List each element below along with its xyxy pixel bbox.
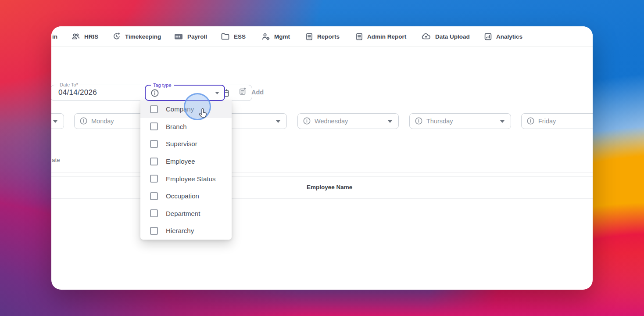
cash-icon — [174, 33, 183, 40]
nav-item-analytics[interactable]: Analytics — [484, 26, 522, 47]
option-employee-status[interactable]: Employee Status — [140, 170, 232, 187]
person-gear-icon — [262, 33, 270, 40]
top-navbar: in HRIS Timekeeping Payroll ESS Mgmt — [51, 26, 593, 47]
checkbox-unchecked[interactable] — [150, 175, 158, 183]
nav-item-admin-report[interactable]: Admin Report — [356, 26, 406, 47]
checkbox-unchecked[interactable] — [150, 122, 158, 130]
pointer-cursor-icon — [198, 108, 208, 121]
option-hierarchy[interactable]: Hierarchy — [140, 222, 232, 240]
day-select-value: Thursday — [426, 118, 453, 125]
day-select-friday[interactable]: Friday — [521, 113, 593, 129]
nav-item-label: in — [52, 33, 57, 40]
desktop-wallpaper: in HRIS Timekeeping Payroll ESS Mgmt — [0, 0, 644, 316]
info-icon — [150, 89, 159, 99]
add-note-icon — [239, 87, 247, 97]
option-occupation[interactable]: Occupation — [140, 187, 232, 205]
checkbox-unchecked[interactable] — [150, 158, 158, 165]
table-header-row: Employee Name — [51, 177, 593, 198]
app-window: in HRIS Timekeeping Payroll ESS Mgmt — [51, 26, 593, 290]
nav-item-label: Mgmt — [274, 33, 290, 40]
nav-item-label: Reports — [317, 33, 340, 40]
tag-type-dropdown-menu: Company Branch Supervisor Employee Emplo… — [140, 101, 232, 240]
option-department[interactable]: Department — [140, 205, 232, 223]
nav-item-label: ESS — [234, 33, 246, 40]
day-select-thursday[interactable]: Thursday — [409, 113, 511, 129]
nav-item-label: Timekeeping — [125, 33, 161, 40]
checkbox-unchecked[interactable] — [150, 209, 158, 217]
date-to-value: 04/14/2026 — [58, 88, 97, 97]
day-select-partial[interactable] — [51, 113, 64, 129]
chevron-down-icon — [500, 120, 504, 123]
checkbox-unchecked[interactable] — [150, 140, 158, 148]
option-supervisor[interactable]: Supervisor — [140, 135, 232, 153]
day-select-value: Monday — [91, 118, 114, 125]
nav-item-label: Analytics — [496, 33, 522, 40]
nav-item-label: Payroll — [187, 33, 207, 40]
bar-chart-icon — [484, 33, 492, 40]
chevron-down-icon — [388, 120, 392, 123]
nav-item-label: HRIS — [84, 33, 98, 40]
tag-type-label: Tag type — [151, 82, 174, 88]
checkbox-unchecked[interactable] — [150, 105, 158, 113]
date-to-label: Date To* — [57, 82, 80, 88]
day-select-value: Wednesday — [315, 118, 348, 125]
checkbox-unchecked[interactable] — [150, 192, 158, 200]
nav-item-ess[interactable]: ESS — [221, 26, 246, 47]
day-select-value: Friday — [538, 118, 556, 125]
day-select-wednesday[interactable]: Wednesday — [297, 113, 399, 129]
chevron-down-icon — [53, 120, 57, 123]
nav-item-hris[interactable]: HRIS — [72, 26, 98, 47]
nav-item-payroll[interactable]: Payroll — [174, 26, 207, 47]
info-icon — [526, 117, 535, 127]
nav-item-admin-partial[interactable]: in — [52, 26, 57, 47]
document-icon — [356, 33, 363, 40]
chevron-down-icon — [215, 92, 219, 94]
info-icon — [415, 117, 423, 127]
clock-plus-icon — [113, 32, 121, 40]
chevron-down-icon — [276, 120, 280, 123]
info-icon — [303, 117, 311, 127]
partial-left-text: ate — [52, 157, 60, 163]
nav-item-label: Data Upload — [435, 33, 470, 40]
add-button[interactable]: Add — [239, 87, 264, 97]
employee-name-column-header: Employee Name — [307, 184, 352, 190]
nav-item-timekeeping[interactable]: Timekeeping — [113, 26, 161, 47]
folder-icon — [221, 33, 229, 40]
divider — [51, 172, 593, 172]
add-button-label: Add — [251, 89, 264, 96]
divider — [51, 198, 593, 199]
nav-item-mgmt[interactable]: Mgmt — [262, 26, 290, 47]
people-icon — [72, 33, 80, 40]
nav-item-data-upload[interactable]: Data Upload — [422, 26, 470, 47]
document-icon — [306, 33, 313, 40]
tag-type-select[interactable]: Tag type — [145, 85, 225, 101]
nav-item-label: Admin Report — [367, 33, 406, 40]
nav-item-reports[interactable]: Reports — [306, 26, 340, 47]
cloud-upload-icon — [422, 33, 431, 40]
option-employee[interactable]: Employee — [140, 153, 232, 170]
option-branch[interactable]: Branch — [140, 118, 232, 136]
checkbox-unchecked[interactable] — [150, 227, 158, 235]
info-icon — [79, 117, 88, 127]
